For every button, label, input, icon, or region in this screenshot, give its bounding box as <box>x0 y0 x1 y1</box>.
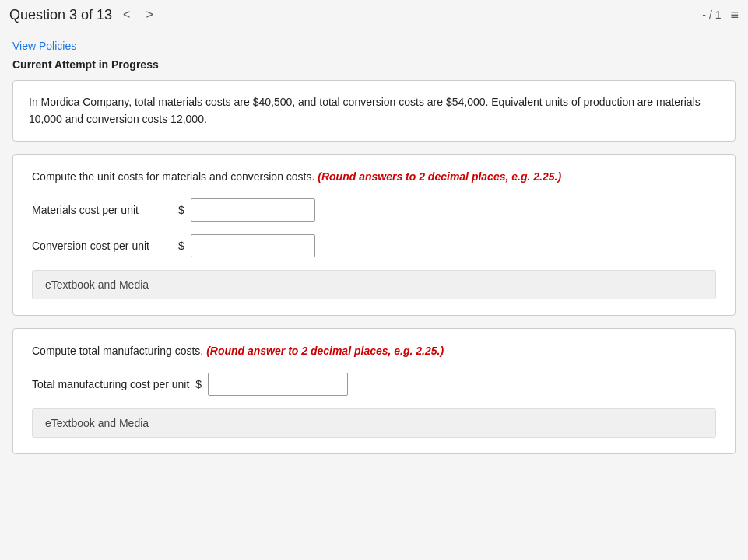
materials-label: Materials cost per unit <box>32 204 172 216</box>
page-indicator: - / 1 <box>702 9 721 21</box>
conversion-dollar-sign: $ <box>178 240 184 252</box>
header-bar: Question 3 of 13 < > - / 1 ≡ <box>0 0 748 30</box>
view-policies-link[interactable]: View Policies <box>12 40 76 52</box>
part2-etextbook-bar[interactable]: eTextbook and Media <box>32 408 716 438</box>
conversion-row: Conversion cost per unit $ <box>32 234 716 257</box>
total-manufacturing-row: Total manufacturing cost per unit $ <box>32 373 716 396</box>
part1-instruction-text: Compute the unit costs for materials and… <box>32 170 314 183</box>
main-content: View Policies Current Attempt in Progres… <box>0 30 748 476</box>
prev-button[interactable]: < <box>118 6 135 23</box>
materials-dollar-sign: $ <box>178 204 184 216</box>
question-label: Question 3 of 13 <box>9 7 112 23</box>
part1-round-note: (Round answers to 2 decimal places, e.g.… <box>318 170 561 183</box>
question-text: In Mordica Company, total materials cost… <box>29 93 719 128</box>
total-manufacturing-cost-input[interactable] <box>208 373 348 396</box>
part2-instruction: Compute total manufacturing costs. (Roun… <box>32 345 716 357</box>
current-attempt-status: Current Attempt in Progress <box>12 58 736 71</box>
materials-row: Materials cost per unit $ <box>32 198 716 222</box>
part2-round-note: (Round answer to 2 decimal places, e.g. … <box>206 345 444 357</box>
part1-card: Compute the unit costs for materials and… <box>12 154 736 316</box>
part2-instruction-text: Compute total manufacturing costs. <box>32 345 203 357</box>
total-dollar-sign: $ <box>195 378 202 390</box>
conversion-cost-input[interactable] <box>191 234 315 257</box>
part1-etextbook-bar[interactable]: eTextbook and Media <box>32 270 716 299</box>
next-button[interactable]: > <box>141 6 157 23</box>
total-manufacturing-label: Total manufacturing cost per unit <box>32 378 189 390</box>
chevron-right-icon: > <box>146 8 153 21</box>
header-right: - / 1 ≡ <box>702 7 739 23</box>
menu-icon[interactable]: ≡ <box>730 7 739 23</box>
chevron-left-icon: < <box>123 8 130 21</box>
header-left: Question 3 of 13 < > <box>9 6 158 23</box>
part1-instruction: Compute the unit costs for materials and… <box>32 170 716 183</box>
question-card: In Mordica Company, total materials cost… <box>12 80 736 142</box>
part2-card: Compute total manufacturing costs. (Roun… <box>12 328 736 454</box>
materials-cost-input[interactable] <box>191 198 315 222</box>
conversion-label: Conversion cost per unit <box>32 240 172 252</box>
